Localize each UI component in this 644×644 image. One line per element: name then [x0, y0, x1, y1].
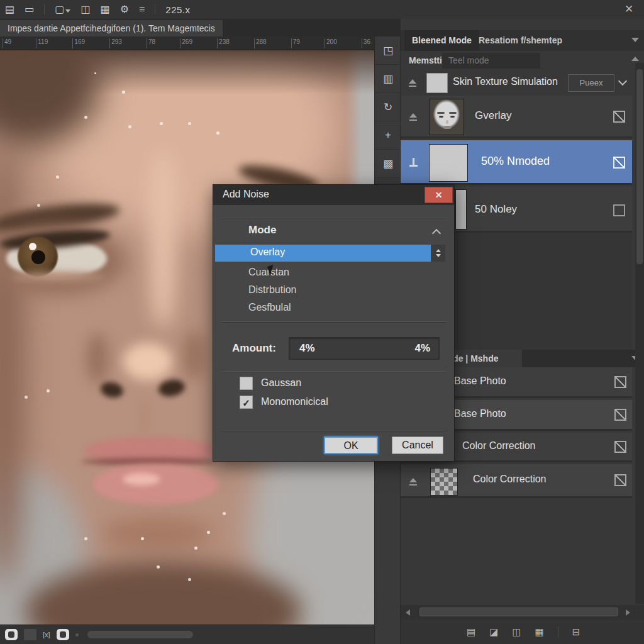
footer-divider — [558, 626, 558, 638]
adjustment-title: Skin Texture Simulation — [453, 76, 558, 87]
layer-style-icon[interactable] — [613, 204, 625, 216]
masks-panel-icon[interactable]: ◫ — [512, 626, 521, 638]
horizontal-scrollbar-thumb[interactable] — [87, 631, 193, 638]
layer-style-icon[interactable] — [614, 409, 626, 421]
ruler-tick: 36 — [362, 38, 370, 48]
layer-thumbnail[interactable] — [429, 99, 464, 135]
horizontal-ruler: 49 119 169 293 78 269 238 288 79 200 36 — [0, 36, 374, 50]
ruler-tick: 119 — [36, 38, 48, 48]
marquee-icon[interactable]: ▭ — [25, 0, 34, 19]
visibility-icon[interactable] — [408, 113, 418, 121]
vertical-scrollbar-thumb[interactable] — [636, 69, 643, 264]
tab-resolution[interactable]: Resatiom f/shemtep — [471, 30, 570, 51]
layer-row-overlay[interactable]: Gverlay — [401, 96, 632, 138]
scroll-right-icon[interactable] — [626, 609, 630, 616]
mode-option[interactable]: Gesfbulal — [248, 302, 291, 313]
layer-pin-icon[interactable] — [409, 158, 418, 167]
grid-tool-icon[interactable]: ▩ — [375, 150, 401, 178]
layer-name: Color Correction — [462, 440, 535, 452]
thumbnail-face — [443, 126, 452, 129]
layer-style-icon[interactable] — [613, 111, 625, 123]
document-tab[interactable]: Impes dantie Appetfcihedgifoen (1). Tem … — [0, 20, 223, 36]
amount-value-display: 4% — [414, 342, 430, 355]
save-icon[interactable]: ▦ — [101, 0, 110, 19]
layer-row-selected[interactable]: 50% Nmoded — [401, 140, 632, 185]
settings-icon[interactable]: ⚙ — [120, 0, 129, 19]
history-icon[interactable]: [x] — [43, 631, 50, 638]
visibility-icon[interactable] — [408, 478, 418, 486]
window-close-button[interactable]: ✕ — [620, 1, 638, 18]
spinner-control[interactable] — [431, 245, 445, 262]
checkbox-label: Monomonicical — [261, 396, 328, 408]
tab-blend-mode[interactable]: Bleened Mode — [404, 30, 479, 51]
spinner-up-icon[interactable] — [436, 249, 441, 252]
layer-name: 50% Nmoded — [481, 155, 550, 168]
layer-style-icon[interactable] — [614, 376, 626, 388]
dialog-close-button[interactable]: ✕ — [425, 187, 453, 203]
cancel-button[interactable]: Cancel — [392, 436, 443, 454]
mode-option[interactable]: Distrbution — [248, 284, 296, 296]
checkbox-unchecked-icon[interactable] — [240, 377, 253, 390]
visibility-icon[interactable] — [408, 79, 418, 87]
scroll-dot-icon — [75, 633, 79, 636]
chevron-up-icon[interactable] — [432, 229, 441, 238]
camera-icon[interactable] — [5, 629, 18, 640]
layer-copy-tool-icon[interactable]: ◳ — [375, 36, 401, 65]
divider — [222, 217, 447, 218]
ruler-tick: 49 — [3, 38, 11, 48]
panel-tool-icon[interactable]: ▥ — [375, 65, 401, 93]
mask-icon[interactable] — [57, 629, 69, 640]
divider — [222, 431, 447, 431]
panel-collapse-icon[interactable] — [631, 57, 639, 61]
toolbar-divider — [44, 4, 45, 14]
vertical-scrollbar[interactable] — [635, 63, 644, 604]
layer-thumbnail[interactable] — [429, 144, 468, 182]
portrait-eye — [11, 272, 106, 282]
scroll-left-icon[interactable] — [406, 609, 410, 616]
mode-label: Mode — [248, 224, 276, 236]
titlebar: ▤ ▭ ▢ ◫ ▦ ⚙ ≡ 225.x ✕ — [0, 0, 644, 19]
zoom-level: 225.x — [165, 4, 190, 15]
thumbnail-face — [437, 112, 445, 114]
mode-option-selected[interactable]: Overlay — [215, 245, 431, 262]
layers-panel-icon[interactable]: ▤ — [467, 626, 475, 638]
layer-thumbnail[interactable] — [455, 189, 467, 230]
ruler-tick: 78 — [147, 38, 155, 48]
horizontal-scrollbar[interactable] — [401, 605, 644, 620]
transform-icon[interactable]: ▢ — [55, 0, 70, 19]
layer-name: Base Photo — [454, 408, 506, 419]
blend-mode-select[interactable]: Teel mode — [442, 53, 540, 69]
options-icon[interactable]: ≡ — [139, 0, 145, 19]
layer-row-color-correction[interactable]: Color Correction — [401, 464, 632, 498]
toolbar-divider — [155, 4, 155, 14]
spinner-down-icon[interactable] — [436, 254, 441, 257]
preset-button[interactable]: Pueex — [568, 74, 614, 92]
panel-menu-icon[interactable] — [631, 38, 639, 42]
layer-style-icon[interactable] — [614, 474, 626, 486]
link-panel-icon[interactable]: ⊟ — [572, 626, 580, 638]
rotate-tool-icon[interactable]: ↻ — [375, 93, 401, 121]
ruler-tick: 288 — [254, 38, 267, 48]
dialog-title: Add Noise — [223, 189, 269, 200]
duplicate-icon[interactable]: ◫ — [80, 0, 90, 19]
add-tool-icon[interactable]: + — [375, 121, 401, 150]
divider — [222, 371, 447, 372]
thumbnail-face — [450, 116, 455, 118]
portrait-nose — [87, 333, 108, 384]
layer-swatch[interactable] — [426, 73, 448, 93]
panel-footer: ▤ ◪ ◫ ▦ ⊟ — [401, 620, 644, 644]
horizontal-scrollbar-thumb[interactable] — [419, 608, 618, 616]
adjustments-panel-icon[interactable]: ◪ — [489, 626, 498, 638]
dialog-titlebar[interactable]: Add Noise ✕ — [213, 185, 454, 205]
layer-style-icon[interactable] — [613, 157, 625, 169]
swatch-icon[interactable] — [24, 629, 36, 640]
channels-panel-icon[interactable]: ▦ — [535, 626, 544, 638]
checkbox-checked-icon[interactable]: ✓ — [240, 396, 253, 409]
layer-style-icon[interactable] — [614, 441, 626, 453]
thumbnail-face — [430, 99, 464, 135]
new-document-icon[interactable]: ▤ — [5, 0, 14, 19]
chevron-down-icon[interactable] — [618, 77, 627, 86]
ok-button[interactable]: OK — [324, 436, 378, 454]
layer-thumbnail-transparent[interactable] — [430, 468, 458, 496]
amount-input[interactable]: 4% 4% — [289, 337, 440, 360]
